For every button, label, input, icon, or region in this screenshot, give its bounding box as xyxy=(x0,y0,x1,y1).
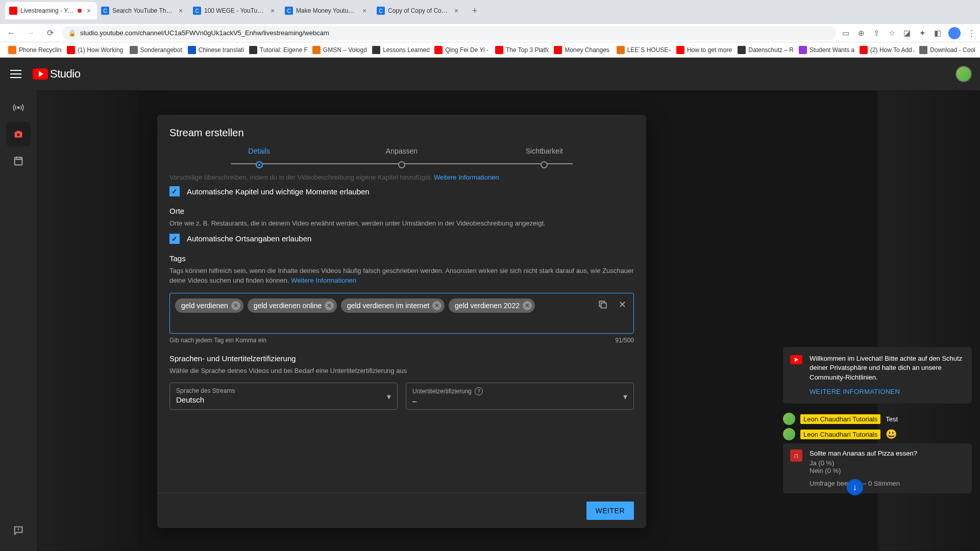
chat-body[interactable]: Willkommen im Livechat! Bitte achte auf … xyxy=(775,115,980,498)
menu-button[interactable] xyxy=(10,68,22,80)
browser-tab[interactable]: C 100 WEGE - YouTube Thumbn × xyxy=(189,2,281,19)
close-icon[interactable]: × xyxy=(360,7,369,15)
chat-text: 😃 xyxy=(886,429,897,440)
avatar[interactable] xyxy=(783,428,795,440)
new-tab-button[interactable]: + xyxy=(468,4,482,18)
auto-places-checkbox[interactable]: ✓ Automatische Ortsangaben erlauben xyxy=(169,234,634,244)
avatar[interactable] xyxy=(783,413,795,425)
forward-button[interactable]: → xyxy=(23,26,38,40)
close-icon[interactable]: × xyxy=(452,7,460,15)
reload-button[interactable]: ⟳ xyxy=(43,26,57,40)
tag-chip: geld verdienen✕ xyxy=(175,298,243,313)
bookmark-icon xyxy=(860,46,868,54)
help-icon[interactable]: ? xyxy=(475,387,483,395)
brand-text: Studio xyxy=(50,67,80,81)
bookmark-item[interactable]: Tutorial: Eigene Fa... xyxy=(246,44,307,56)
bookmark-item[interactable]: Money Changes E... xyxy=(551,44,611,56)
remove-tag-icon[interactable]: ✕ xyxy=(432,301,442,310)
rail-stream[interactable] xyxy=(6,95,31,120)
learn-more-link[interactable]: Weitere Informationen xyxy=(434,173,499,181)
bookmark-icon xyxy=(799,46,807,54)
kebab-icon[interactable]: ⋮ xyxy=(967,29,976,38)
bookmark-icon xyxy=(738,46,746,54)
bookmark-item[interactable]: LEE´S HOUSE—... xyxy=(614,44,671,56)
bookmark-item[interactable]: GMSN – Vologda... xyxy=(309,44,367,56)
bookmark-item[interactable]: The Top 3 Platfor... xyxy=(492,44,549,56)
remove-tag-icon[interactable]: ✕ xyxy=(231,301,240,310)
extension-icon[interactable]: ◪ xyxy=(902,29,912,38)
bookmark-item[interactable]: Lessons Learned f... xyxy=(369,44,429,56)
close-icon[interactable]: × xyxy=(177,7,185,15)
bookmark-item[interactable]: (2) How To Add A... xyxy=(856,44,914,56)
browser-tab[interactable]: C Make Money Youtube Thumb × xyxy=(281,2,373,19)
dialog-body[interactable]: Vorschläge überschreiben, indem du in de… xyxy=(157,170,646,493)
svg-point-1 xyxy=(17,133,20,136)
tab-favicon: C xyxy=(285,7,293,15)
bookmark-item[interactable]: Datenschutz – Re... xyxy=(734,44,793,56)
tab-title: Copy of Copy of Copy of Cop xyxy=(388,7,449,14)
chevron-down-icon: ▾ xyxy=(387,391,391,401)
rail-feedback[interactable] xyxy=(6,518,31,543)
remove-tag-icon[interactable]: ✕ xyxy=(523,301,532,310)
rail-manage[interactable] xyxy=(6,148,31,173)
bookmark-item[interactable]: Chinese translatio... xyxy=(185,44,244,56)
chat-author[interactable]: Leon Chaudhari Tutorials xyxy=(800,430,880,439)
clear-tags-button[interactable]: ✕ xyxy=(616,298,628,311)
scroll-down-button[interactable]: ↓ xyxy=(847,479,863,495)
back-button[interactable]: ← xyxy=(4,26,18,40)
puzzle-icon[interactable]: ✦ xyxy=(918,29,927,38)
step-visibility[interactable]: Sichtbarkeit xyxy=(473,147,616,170)
bookmark-item[interactable]: Download - Cooki... xyxy=(916,44,975,56)
tags-counter: 91/500 xyxy=(615,337,634,344)
chat-text: Test xyxy=(886,415,898,423)
bookmark-icon xyxy=(434,46,443,54)
sidepanel-icon[interactable]: ◧ xyxy=(933,29,942,38)
svg-rect-2 xyxy=(15,158,22,165)
lock-icon: 🔒 xyxy=(68,30,76,37)
zoom-icon[interactable]: ⊕ xyxy=(856,29,866,38)
bookmark-item[interactable]: Phone Recycling... xyxy=(5,44,62,56)
star-icon[interactable]: ☆ xyxy=(887,29,896,38)
tab-favicon xyxy=(9,7,17,15)
remove-tag-icon[interactable]: ✕ xyxy=(325,301,334,310)
youtube-icon xyxy=(790,355,802,364)
address-bar[interactable]: 🔒 studio.youtube.com/channel/UC1a5FWVn0g… xyxy=(62,26,836,40)
learn-more-link[interactable]: Weitere Informationen xyxy=(291,277,356,284)
browser-tab[interactable]: C Copy of Copy of Copy of Cop × xyxy=(373,2,464,19)
bookmark-item[interactable]: Student Wants an... xyxy=(796,44,854,56)
bookmark-icon xyxy=(676,46,684,54)
step-customize[interactable]: Anpassen xyxy=(330,147,473,170)
studio-header: Studio xyxy=(0,58,980,90)
notice-link[interactable]: WEITERE INFORMATIONEN xyxy=(810,387,965,396)
cast-icon[interactable]: ▭ xyxy=(841,29,850,38)
bookmark-item[interactable]: (1) How Working a... xyxy=(64,44,125,56)
svg-rect-3 xyxy=(601,303,606,308)
browser-tab[interactable]: C Search YouTube Thumbnail - C × xyxy=(97,2,189,19)
checkbox-label: Automatische Kapitel und wichtige Moment… xyxy=(187,187,370,196)
copy-tags-button[interactable] xyxy=(597,298,609,311)
tags-input[interactable]: geld verdienen✕ geld verdienen online✕ g… xyxy=(169,293,634,334)
stream-language-dropdown[interactable]: Sprache des Streams Deutsch ▾ xyxy=(169,383,398,410)
profile-avatar[interactable] xyxy=(948,27,961,39)
chat-author[interactable]: Leon Chaudhari Tutorials xyxy=(800,414,880,424)
checkbox-label: Automatische Ortsangaben erlauben xyxy=(187,234,311,243)
next-button[interactable]: WEITER xyxy=(586,502,634,520)
bookmark-item[interactable]: Qing Fei De Yi - Y... xyxy=(431,44,490,56)
studio-logo[interactable]: Studio xyxy=(33,67,80,81)
close-icon[interactable]: × xyxy=(268,7,277,15)
rail-webcam[interactable] xyxy=(6,122,31,146)
caption-cert-dropdown[interactable]: Untertitelzertifizierung ? – ▾ xyxy=(406,383,634,410)
dropdown-value: Deutsch xyxy=(176,395,391,404)
step-details[interactable]: Details xyxy=(188,147,330,170)
poll-icon: ⎍ xyxy=(790,449,802,462)
bookmark-icon xyxy=(130,46,138,54)
browser-tab[interactable]: Livestreaming - YouTube S × xyxy=(5,2,97,19)
antenna-icon xyxy=(13,102,24,113)
share-icon[interactable]: ⇪ xyxy=(872,29,881,38)
bookmark-item[interactable]: Sonderangebot! ... xyxy=(127,44,183,56)
close-icon[interactable]: × xyxy=(85,7,93,15)
account-avatar[interactable] xyxy=(955,66,972,82)
bookmark-icon xyxy=(372,46,380,54)
auto-chapters-checkbox[interactable]: ✓ Automatische Kapitel und wichtige Mome… xyxy=(169,186,634,196)
bookmark-item[interactable]: How to get more v... xyxy=(673,44,732,56)
